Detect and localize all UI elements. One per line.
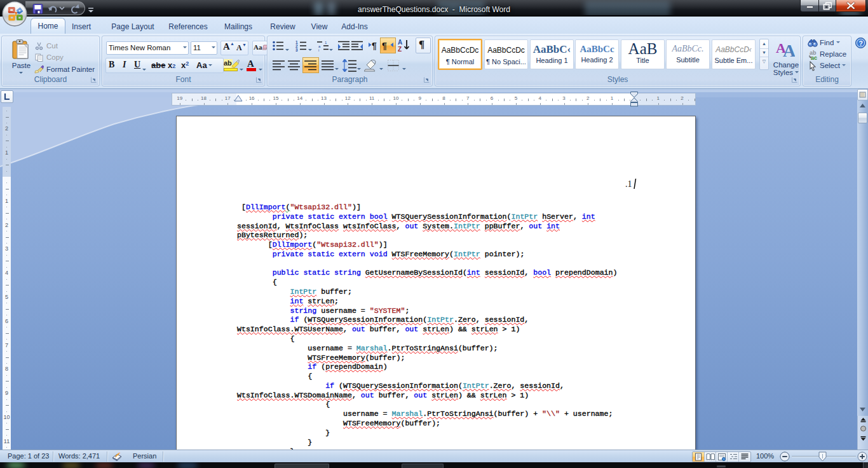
svg-text:¶: ¶ [372,41,377,51]
svg-text:i: i [318,48,319,52]
svg-text:ac: ac [811,55,817,60]
svg-text:A: A [398,39,402,46]
svg-text:A: A [783,41,795,59]
svg-text:?: ? [859,39,863,47]
svg-text:¶: ¶ [382,41,387,51]
svg-text:1: 1 [325,41,327,45]
svg-text:3: 3 [295,48,298,52]
svg-text:Z: Z [398,46,402,53]
